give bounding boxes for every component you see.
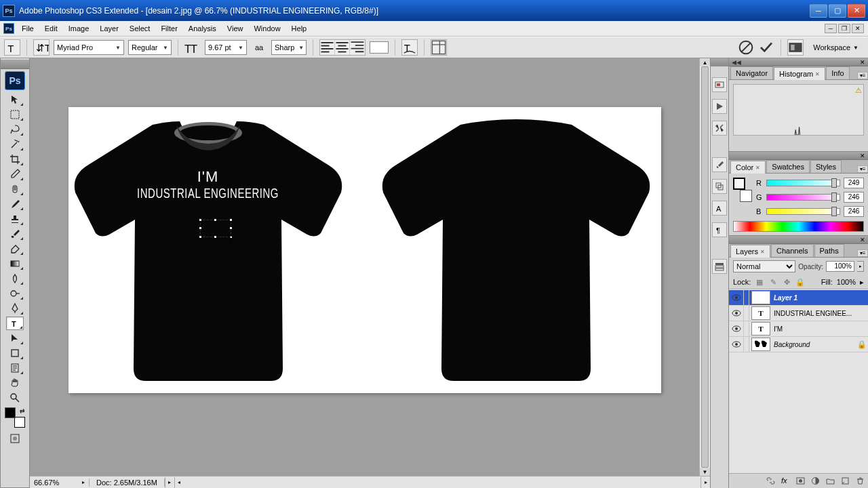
brush-tool[interactable]	[6, 197, 24, 211]
visibility-toggle[interactable]	[729, 290, 744, 305]
text-orientation-button[interactable]: ⇵T	[33, 39, 50, 56]
opacity-arrow[interactable]: ▸	[857, 261, 864, 272]
wand-tool[interactable]	[6, 138, 24, 151]
menu-window[interactable]: Window	[248, 22, 285, 35]
mdi-minimize-button[interactable]: ─	[825, 24, 837, 33]
mdi-close-button[interactable]: ✕	[852, 24, 864, 33]
align-center-button[interactable]	[335, 40, 350, 55]
font-weight-dropdown[interactable]: Regular▼	[128, 40, 172, 55]
close-button[interactable]: ✕	[848, 4, 865, 18]
menu-select[interactable]: Select	[124, 22, 156, 35]
menu-filter[interactable]: Filter	[155, 22, 182, 35]
notes-tool[interactable]	[6, 361, 24, 375]
histogram-warning-icon[interactable]: ⚠	[855, 86, 862, 95]
move-tool[interactable]	[6, 93, 24, 106]
dock-character-icon[interactable]: A	[712, 201, 727, 216]
dock-clone-icon[interactable]	[712, 179, 727, 194]
delete-layer-button[interactable]	[854, 476, 865, 487]
fill-arrow[interactable]: ▸	[860, 278, 864, 287]
lasso-tool[interactable]	[6, 123, 24, 136]
font-size-dropdown[interactable]: 9.67 pt▼	[205, 40, 247, 55]
antialias-dropdown[interactable]: Sharp▼	[271, 40, 307, 55]
dock-brush-icon[interactable]	[712, 157, 727, 172]
layer-name[interactable]: INDUSTRIAL ENGINEE...	[772, 310, 868, 317]
lock-position-icon[interactable]: ✥	[782, 277, 791, 287]
dock-paragraph-icon[interactable]: ¶	[712, 222, 727, 237]
hscroll-left-button[interactable]: ◂	[174, 477, 184, 488]
tab-channels[interactable]: Channels	[771, 244, 813, 257]
tab-info[interactable]: Info	[826, 66, 849, 79]
tools-grip[interactable]	[1, 60, 29, 69]
b-value[interactable]: 246	[844, 206, 864, 217]
text-tool-preset-icon[interactable]: T	[4, 39, 20, 56]
background-color-swatch[interactable]	[14, 417, 25, 428]
align-right-button[interactable]	[350, 40, 365, 55]
menu-layer[interactable]: Layer	[94, 22, 124, 35]
align-left-button[interactable]	[320, 40, 335, 55]
layer-fx-button[interactable]: fx	[780, 476, 791, 487]
menu-help[interactable]: Help	[286, 22, 313, 35]
tab-styles[interactable]: Styles	[810, 160, 842, 173]
eyedropper-tool[interactable]	[6, 167, 24, 181]
dock-navigator-icon[interactable]	[712, 77, 727, 92]
color-spectrum[interactable]	[733, 221, 864, 232]
dodge-tool[interactable]	[6, 287, 24, 300]
commit-edit-button[interactable]	[758, 39, 774, 56]
layer-row[interactable]: T I'M	[729, 321, 868, 337]
g-value[interactable]: 246	[844, 192, 864, 203]
menu-view[interactable]: View	[222, 22, 249, 35]
foreground-color-swatch[interactable]	[5, 407, 16, 418]
dock-play-icon[interactable]	[712, 99, 727, 114]
visibility-toggle[interactable]	[729, 306, 744, 321]
tab-swatches[interactable]: Swatches	[766, 160, 810, 173]
lock-all-icon[interactable]: 🔒	[795, 277, 805, 287]
status-menu-button[interactable]: ▸	[165, 477, 174, 488]
marquee-tool[interactable]	[6, 108, 24, 121]
maximize-button[interactable]: ▢	[829, 4, 846, 18]
blur-tool[interactable]	[6, 272, 24, 285]
color-panel-grip[interactable]: ✕	[729, 152, 868, 160]
swap-colors-icon[interactable]: ⇄	[20, 407, 25, 414]
crop-tool[interactable]	[6, 152, 24, 166]
pen-tool[interactable]	[6, 302, 24, 315]
zoom-tool[interactable]	[6, 391, 24, 405]
b-slider[interactable]	[766, 208, 840, 215]
workspace-dropdown[interactable]: Workspace▼	[808, 41, 864, 54]
healing-tool[interactable]	[6, 182, 24, 196]
new-layer-button[interactable]	[840, 476, 850, 487]
tab-color[interactable]: Color✕	[730, 161, 766, 174]
g-slider[interactable]	[766, 194, 840, 201]
menu-file[interactable]: File	[16, 22, 39, 35]
document-canvas[interactable]: I'M INDUSTRIAL ENGINEERING ⌶	[68, 107, 661, 393]
menu-image[interactable]: Image	[63, 22, 95, 35]
history-brush-tool[interactable]	[6, 227, 24, 241]
eraser-tool[interactable]	[6, 242, 24, 256]
layer-name[interactable]: Layer 1	[772, 294, 868, 302]
r-value[interactable]: 249	[844, 178, 864, 188]
color-picker[interactable]: ⇄	[5, 407, 25, 428]
zoom-level[interactable]: 66.67%▸	[30, 479, 90, 487]
character-panel-button[interactable]	[431, 39, 447, 56]
fill-value[interactable]: 100%	[837, 278, 856, 286]
blend-mode-dropdown[interactable]: Normal	[733, 260, 795, 272]
dock-tools-icon[interactable]	[712, 121, 727, 136]
cancel-edit-button[interactable]	[738, 39, 754, 56]
layers-panel-menu[interactable]: ▾≡	[857, 249, 868, 257]
layer-row[interactable]: T Layer 1	[729, 290, 868, 306]
vertical-scrollbar[interactable]: ▲ ▼	[699, 58, 710, 476]
text-color-swatch[interactable]	[370, 41, 389, 54]
shape-tool[interactable]	[6, 346, 24, 360]
layer-mask-button[interactable]	[795, 476, 806, 487]
visibility-toggle[interactable]	[729, 337, 744, 352]
layer-name[interactable]: I'M	[772, 325, 868, 333]
dock-grip[interactable]	[711, 58, 728, 66]
group-layers-button[interactable]	[825, 476, 835, 487]
visibility-toggle[interactable]	[729, 321, 744, 336]
quickmask-button[interactable]	[6, 432, 24, 445]
color-panel-menu[interactable]: ▾≡	[857, 165, 868, 173]
adjustment-layer-button[interactable]	[810, 476, 821, 487]
tab-navigator[interactable]: Navigator	[730, 66, 773, 79]
bridge-button[interactable]	[787, 39, 804, 56]
warp-text-button[interactable]: T	[401, 39, 418, 56]
tab-paths[interactable]: Paths	[814, 244, 844, 257]
